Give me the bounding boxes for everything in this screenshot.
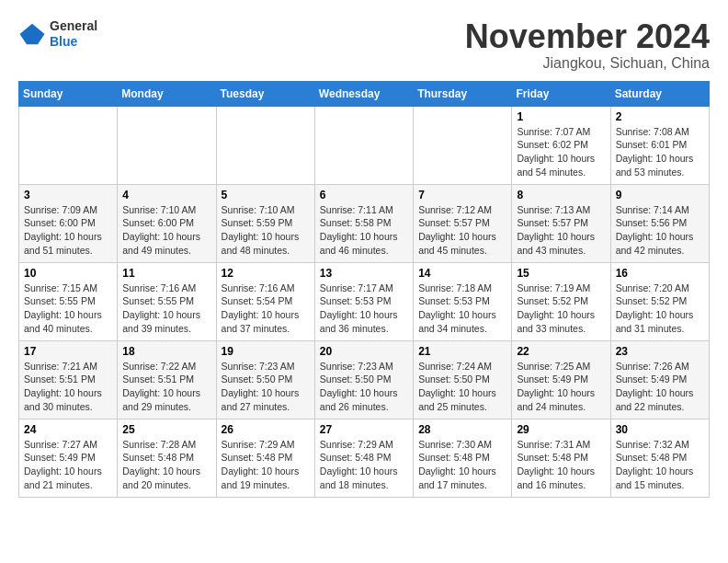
day-info: Sunrise: 7:30 AM Sunset: 5:48 PM Dayligh… bbox=[418, 438, 506, 492]
weekday-header-row: SundayMondayTuesdayWednesdayThursdayFrid… bbox=[19, 81, 710, 106]
day-info: Sunrise: 7:09 AM Sunset: 6:00 PM Dayligh… bbox=[24, 203, 112, 258]
day-number: 6 bbox=[320, 189, 408, 201]
day-number: 10 bbox=[24, 267, 112, 280]
day-info: Sunrise: 7:27 AM Sunset: 5:49 PM Dayligh… bbox=[24, 438, 112, 492]
day-cell: 4Sunrise: 7:10 AM Sunset: 6:00 PM Daylig… bbox=[118, 184, 216, 262]
day-cell: 10Sunrise: 7:15 AM Sunset: 5:55 PM Dayli… bbox=[19, 262, 118, 340]
day-cell: 14Sunrise: 7:18 AM Sunset: 5:53 PM Dayli… bbox=[414, 262, 512, 340]
weekday-header-saturday: Saturday bbox=[610, 81, 709, 106]
day-cell: 22Sunrise: 7:25 AM Sunset: 5:49 PM Dayli… bbox=[512, 340, 610, 419]
day-number: 12 bbox=[222, 267, 310, 280]
day-cell bbox=[314, 106, 413, 184]
day-info: Sunrise: 7:19 AM Sunset: 5:52 PM Dayligh… bbox=[517, 282, 605, 336]
day-cell: 28Sunrise: 7:30 AM Sunset: 5:48 PM Dayli… bbox=[414, 419, 512, 497]
svg-marker-0 bbox=[20, 24, 45, 45]
title-block: November 2024 Jiangkou, Sichuan, China bbox=[465, 18, 710, 72]
week-row-5: 24Sunrise: 7:27 AM Sunset: 5:49 PM Dayli… bbox=[19, 419, 710, 497]
day-info: Sunrise: 7:12 AM Sunset: 5:57 PM Dayligh… bbox=[418, 203, 506, 258]
day-number: 14 bbox=[418, 267, 506, 280]
day-number: 4 bbox=[122, 189, 210, 201]
day-cell: 16Sunrise: 7:20 AM Sunset: 5:52 PM Dayli… bbox=[610, 262, 709, 340]
logo: General Blue bbox=[18, 18, 97, 50]
month-title: November 2024 bbox=[465, 18, 710, 55]
day-info: Sunrise: 7:14 AM Sunset: 5:56 PM Dayligh… bbox=[616, 203, 704, 258]
week-row-3: 10Sunrise: 7:15 AM Sunset: 5:55 PM Dayli… bbox=[19, 262, 710, 340]
day-cell: 6Sunrise: 7:11 AM Sunset: 5:58 PM Daylig… bbox=[314, 184, 413, 262]
day-info: Sunrise: 7:29 AM Sunset: 5:48 PM Dayligh… bbox=[222, 438, 310, 492]
day-info: Sunrise: 7:10 AM Sunset: 6:00 PM Dayligh… bbox=[122, 203, 210, 258]
day-info: Sunrise: 7:20 AM Sunset: 5:52 PM Dayligh… bbox=[616, 282, 704, 336]
day-cell bbox=[118, 106, 216, 184]
day-cell: 27Sunrise: 7:29 AM Sunset: 5:48 PM Dayli… bbox=[314, 419, 413, 497]
day-number: 18 bbox=[122, 345, 210, 358]
day-number: 15 bbox=[517, 267, 605, 280]
day-cell: 12Sunrise: 7:16 AM Sunset: 5:54 PM Dayli… bbox=[216, 262, 314, 340]
day-info: Sunrise: 7:28 AM Sunset: 5:48 PM Dayligh… bbox=[122, 438, 210, 492]
day-info: Sunrise: 7:11 AM Sunset: 5:58 PM Dayligh… bbox=[320, 203, 408, 258]
day-info: Sunrise: 7:31 AM Sunset: 5:48 PM Dayligh… bbox=[517, 438, 605, 492]
day-number: 30 bbox=[616, 423, 704, 436]
weekday-header-wednesday: Wednesday bbox=[314, 81, 413, 106]
day-cell: 23Sunrise: 7:26 AM Sunset: 5:49 PM Dayli… bbox=[610, 340, 709, 419]
day-number: 28 bbox=[418, 423, 506, 436]
day-number: 7 bbox=[418, 189, 506, 201]
day-cell: 21Sunrise: 7:24 AM Sunset: 5:50 PM Dayli… bbox=[414, 340, 512, 419]
day-info: Sunrise: 7:22 AM Sunset: 5:51 PM Dayligh… bbox=[122, 360, 210, 414]
day-info: Sunrise: 7:29 AM Sunset: 5:48 PM Dayligh… bbox=[320, 438, 408, 492]
day-cell: 20Sunrise: 7:23 AM Sunset: 5:50 PM Dayli… bbox=[314, 340, 413, 419]
day-info: Sunrise: 7:21 AM Sunset: 5:51 PM Dayligh… bbox=[24, 360, 112, 414]
weekday-header-friday: Friday bbox=[512, 81, 610, 106]
calendar-table: SundayMondayTuesdayWednesdayThursdayFrid… bbox=[18, 81, 710, 498]
day-number: 9 bbox=[616, 189, 704, 201]
day-cell: 15Sunrise: 7:19 AM Sunset: 5:52 PM Dayli… bbox=[512, 262, 610, 340]
day-number: 13 bbox=[320, 267, 408, 280]
day-cell: 3Sunrise: 7:09 AM Sunset: 6:00 PM Daylig… bbox=[19, 184, 118, 262]
location: Jiangkou, Sichuan, China bbox=[465, 55, 710, 72]
day-cell: 9Sunrise: 7:14 AM Sunset: 5:56 PM Daylig… bbox=[610, 184, 709, 262]
day-info: Sunrise: 7:07 AM Sunset: 6:02 PM Dayligh… bbox=[517, 125, 605, 179]
day-info: Sunrise: 7:16 AM Sunset: 5:55 PM Dayligh… bbox=[122, 282, 210, 336]
day-number: 2 bbox=[616, 110, 704, 123]
day-cell: 25Sunrise: 7:28 AM Sunset: 5:48 PM Dayli… bbox=[118, 419, 216, 497]
day-info: Sunrise: 7:26 AM Sunset: 5:49 PM Dayligh… bbox=[616, 360, 704, 414]
day-info: Sunrise: 7:16 AM Sunset: 5:54 PM Dayligh… bbox=[222, 282, 310, 336]
day-number: 11 bbox=[122, 267, 210, 280]
day-cell: 18Sunrise: 7:22 AM Sunset: 5:51 PM Dayli… bbox=[118, 340, 216, 419]
logo-icon bbox=[18, 20, 46, 48]
day-cell: 7Sunrise: 7:12 AM Sunset: 5:57 PM Daylig… bbox=[414, 184, 512, 262]
page-header: General Blue November 2024 Jiangkou, Sic… bbox=[18, 18, 710, 72]
day-info: Sunrise: 7:13 AM Sunset: 5:57 PM Dayligh… bbox=[517, 203, 605, 258]
day-info: Sunrise: 7:23 AM Sunset: 5:50 PM Dayligh… bbox=[222, 360, 310, 414]
day-number: 17 bbox=[24, 345, 112, 358]
day-number: 1 bbox=[517, 110, 605, 123]
day-info: Sunrise: 7:24 AM Sunset: 5:50 PM Dayligh… bbox=[418, 360, 506, 414]
day-info: Sunrise: 7:25 AM Sunset: 5:49 PM Dayligh… bbox=[517, 360, 605, 414]
day-number: 27 bbox=[320, 423, 408, 436]
day-cell: 1Sunrise: 7:07 AM Sunset: 6:02 PM Daylig… bbox=[512, 106, 610, 184]
day-number: 5 bbox=[222, 189, 310, 201]
day-cell: 17Sunrise: 7:21 AM Sunset: 5:51 PM Dayli… bbox=[19, 340, 118, 419]
week-row-4: 17Sunrise: 7:21 AM Sunset: 5:51 PM Dayli… bbox=[19, 340, 710, 419]
weekday-header-monday: Monday bbox=[118, 81, 216, 106]
day-number: 24 bbox=[24, 423, 112, 436]
day-info: Sunrise: 7:10 AM Sunset: 5:59 PM Dayligh… bbox=[222, 203, 310, 258]
day-cell: 24Sunrise: 7:27 AM Sunset: 5:49 PM Dayli… bbox=[19, 419, 118, 497]
weekday-header-thursday: Thursday bbox=[414, 81, 512, 106]
day-cell: 11Sunrise: 7:16 AM Sunset: 5:55 PM Dayli… bbox=[118, 262, 216, 340]
day-cell: 2Sunrise: 7:08 AM Sunset: 6:01 PM Daylig… bbox=[610, 106, 709, 184]
day-cell: 8Sunrise: 7:13 AM Sunset: 5:57 PM Daylig… bbox=[512, 184, 610, 262]
day-number: 8 bbox=[517, 189, 605, 201]
weekday-header-tuesday: Tuesday bbox=[216, 81, 314, 106]
week-row-2: 3Sunrise: 7:09 AM Sunset: 6:00 PM Daylig… bbox=[19, 184, 710, 262]
day-info: Sunrise: 7:15 AM Sunset: 5:55 PM Dayligh… bbox=[24, 282, 112, 336]
day-number: 23 bbox=[616, 345, 704, 358]
day-cell: 29Sunrise: 7:31 AM Sunset: 5:48 PM Dayli… bbox=[512, 419, 610, 497]
day-cell: 30Sunrise: 7:32 AM Sunset: 5:48 PM Dayli… bbox=[610, 419, 709, 497]
day-cell: 5Sunrise: 7:10 AM Sunset: 5:59 PM Daylig… bbox=[216, 184, 314, 262]
day-number: 16 bbox=[616, 267, 704, 280]
day-info: Sunrise: 7:32 AM Sunset: 5:48 PM Dayligh… bbox=[616, 438, 704, 492]
day-number: 3 bbox=[24, 189, 112, 201]
day-info: Sunrise: 7:17 AM Sunset: 5:53 PM Dayligh… bbox=[320, 282, 408, 336]
day-info: Sunrise: 7:08 AM Sunset: 6:01 PM Dayligh… bbox=[616, 125, 704, 179]
day-info: Sunrise: 7:23 AM Sunset: 5:50 PM Dayligh… bbox=[320, 360, 408, 414]
